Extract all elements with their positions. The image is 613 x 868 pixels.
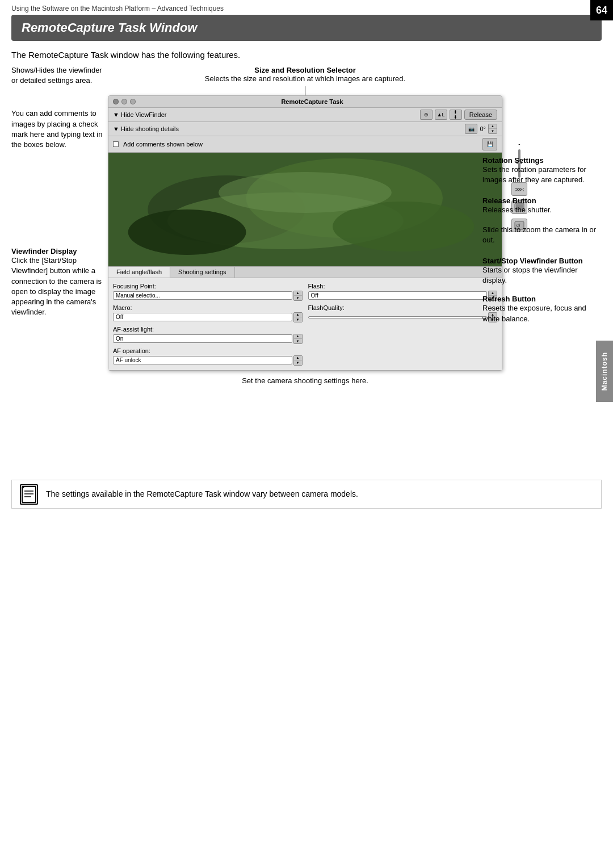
af-operation-select[interactable]: AF unlock: [113, 356, 292, 364]
side-tab-text: Macintosh: [601, 352, 608, 391]
macro-label: Macro:: [113, 304, 303, 311]
left-annotations: Shows/Hides the viewfinder or detailed s…: [11, 65, 105, 317]
flash-label: Flash:: [308, 283, 498, 290]
shooting-settings: Field angle/flash Shooting settings Focu…: [108, 266, 502, 370]
right-annotations: Rotation Settings Sets the rotation para…: [482, 65, 602, 332]
note-text: The settings available in the RemoteCapt…: [46, 488, 593, 500]
mac-window: RemoteCapture Task ▼ Hide ViewFinder ⊕ ▲…: [108, 95, 502, 371]
focusing-stepper[interactable]: ▲ ▼: [293, 291, 303, 301]
viewfinder-container: [108, 153, 502, 266]
af-operation-label: AF operation:: [113, 347, 303, 354]
af-operation-stepper[interactable]: ▲ ▼: [293, 355, 303, 366]
flash-row: Flash: Off ▲ ▼: [308, 283, 498, 301]
arrow-line: [108, 86, 502, 95]
zoom-annotation: Slide this to zoom the camera in or out.: [482, 225, 602, 245]
traffic-red[interactable]: [113, 99, 119, 104]
size-resolution-label: Size and Resolution Selector Selects the…: [108, 65, 502, 84]
af-assist-label: AF-assist light:: [113, 326, 303, 333]
af-assist-select[interactable]: On: [113, 334, 292, 343]
annotation-shows-hides: Shows/Hides the viewfinder or detailed s…: [11, 65, 105, 86]
flash-quality-row: FlashQuality: ▲ ▼: [308, 304, 498, 322]
section-title: RemoteCapture Task Window: [22, 20, 591, 35]
note-icon: [20, 484, 38, 505]
globe-icon[interactable]: ⊕: [420, 110, 433, 120]
page-number: 64: [590, 0, 613, 20]
toolbar-2: ▼ Hide shooting details 📷 0° ▲ ▼: [108, 122, 502, 136]
svg-rect-12: [22, 487, 36, 502]
rotation-stepper[interactable]: ⬆⬇: [450, 110, 462, 120]
add-comments-checkbox[interactable]: [113, 141, 119, 147]
flash-select[interactable]: Off: [308, 291, 488, 300]
annotation-comments: You can add comments to images by placin…: [11, 108, 105, 150]
macro-select[interactable]: Off: [113, 313, 292, 321]
macro-control: Off ▲ ▼: [113, 312, 303, 322]
tab-shooting-settings[interactable]: Shooting settings: [170, 267, 234, 278]
tab-field-angle[interactable]: Field angle/flash: [108, 267, 170, 278]
traffic-green[interactable]: [130, 99, 136, 104]
add-comments-label: Add comments shown below: [123, 141, 203, 148]
focusing-point-label: Focusing Point:: [113, 283, 303, 290]
section-title-bar: RemoteCapture Task Window: [11, 15, 602, 41]
focusing-point-select[interactable]: Manual selectio...: [113, 291, 292, 300]
focusing-point-row: Focusing Point: Manual selectio... ▲ ▼: [113, 283, 303, 301]
settings-grid: Focusing Point: Manual selectio... ▲ ▼ F…: [108, 278, 502, 370]
flash-quality-select[interactable]: [308, 316, 488, 318]
af-assist-control: On ▲ ▼: [113, 334, 303, 344]
svg-point-6: [219, 172, 392, 213]
release-annotation: Release Button Releases the shutter.: [482, 196, 602, 215]
refresh-annotation: Refresh Button Resets the exposure, focu…: [482, 295, 602, 324]
side-tab-container: Macintosh: [596, 341, 613, 402]
viewfinder-image: [108, 153, 502, 266]
viewfinder-svg: [108, 153, 502, 266]
header-text: Using the Software on the Macintosh Plat…: [11, 5, 224, 12]
size-selector[interactable]: ▲L: [435, 110, 447, 120]
intro-text: The RemoteCapture Task window has the fo…: [11, 50, 602, 60]
macro-row: Macro: Off ▲ ▼: [113, 304, 303, 322]
viewfinder-display: [108, 153, 502, 266]
flash-quality-label: FlashQuality:: [308, 304, 498, 311]
macro-stepper[interactable]: ▲ ▼: [293, 312, 303, 322]
flash-control: Off ▲ ▼: [308, 291, 498, 301]
caption-below: Set the camera shooting settings here.: [108, 376, 502, 385]
caption-text: Set the camera shooting settings here.: [242, 376, 368, 385]
toolbar-1: ▼ Hide ViewFinder ⊕ ▲L ⬆⬇ Release: [108, 108, 502, 122]
hide-viewfinder-btn[interactable]: ▼ Hide ViewFinder: [113, 111, 166, 118]
camera-icon[interactable]: 📷: [465, 124, 477, 134]
rotation-annotation: Rotation Settings Sets the rotation para…: [482, 156, 602, 185]
hide-shooting-btn[interactable]: ▼ Hide shooting details: [113, 125, 179, 132]
traffic-yellow[interactable]: [121, 99, 127, 104]
toolbar-3: Add comments shown below 💾: [108, 136, 502, 153]
note-box: The settings available in the RemoteCapt…: [11, 480, 602, 509]
window-title: RemoteCapture Task: [138, 98, 486, 105]
mac-titlebar: RemoteCapture Task: [108, 96, 502, 108]
start-stop-annotation: Start/Stop Viewfinder Button Starts or s…: [482, 257, 602, 286]
annotation-viewfinder: Viewfinder Display Click the [Start/Stop…: [11, 246, 105, 317]
center-area: Size and Resolution Selector Selects the…: [108, 65, 502, 385]
settings-tabs: Field angle/flash Shooting settings: [108, 267, 502, 278]
svg-point-4: [128, 209, 246, 255]
af-assist-stepper[interactable]: ▲ ▼: [293, 334, 303, 344]
main-content: Shows/Hides the viewfinder or detailed s…: [11, 65, 602, 463]
flash-quality-control: ▲ ▼: [308, 312, 498, 322]
focusing-point-control: Manual selectio... ▲ ▼: [113, 291, 303, 301]
af-operation-control: AF unlock ▲ ▼: [113, 355, 303, 366]
af-operation-row: AF operation: AF unlock ▲ ▼: [113, 347, 303, 366]
window-wrapper: RemoteCapture Task ▼ Hide ViewFinder ⊕ ▲…: [108, 95, 502, 371]
page-header: Using the Software on the Macintosh Plat…: [0, 0, 613, 15]
af-assist-row: AF-assist light: On ▲ ▼: [113, 326, 303, 344]
